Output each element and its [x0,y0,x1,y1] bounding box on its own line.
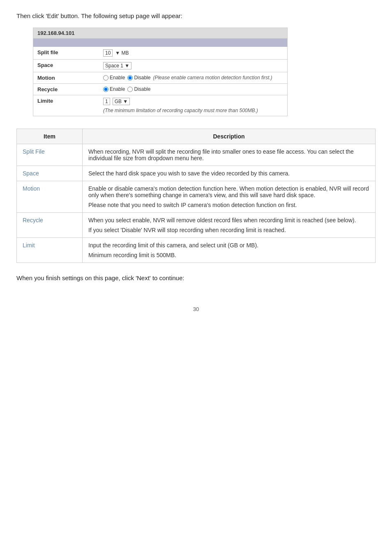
table-cell-item-4: Limit [17,238,83,263]
motion-enable-label[interactable]: Enable [103,75,125,81]
table-paragraph: When recording, NVR will split the recor… [88,148,369,161]
table-paragraph: When you select enable, NVR will remove … [88,217,369,223]
table-cell-desc-4: Input the recording limit of this camera… [83,238,376,263]
setup-value-space: Space 1 ▼ [103,62,131,69]
setup-row-motion: Motion Enable Disable (Please enable cam… [33,72,287,84]
setup-row-splitfile: Split file 10 ▼ MB [33,47,287,60]
table-row: LimitInput the recording limit of this c… [17,238,376,263]
setup-title: 192.168.94.101 [33,28,287,39]
table-cell-item-0: Split File [17,144,83,166]
table-paragraph: Enable or disable camera's motion detect… [88,185,369,198]
table-row: RecycleWhen you select enable, NVR will … [17,213,376,238]
setup-label-space: Space [37,62,103,68]
recycle-disable-radio[interactable] [127,87,133,92]
table-paragraph: Select the hard disk space you wish to s… [88,170,369,177]
table-cell-desc-0: When recording, NVR will split the recor… [83,144,376,166]
motion-disable-radio[interactable] [127,75,133,81]
table-paragraph: Input the recording limit of this camera… [88,242,369,249]
setup-row-space: Space Space 1 ▼ [33,60,287,72]
setup-label-limite: Limite [37,98,103,104]
setup-row-recycle: Recycle Enable Disable [33,84,287,95]
table-paragraph: Please note that you need to switch IP c… [88,202,369,208]
motion-note: (Please enable camera motion detection f… [153,75,272,81]
setup-label-splitfile: Split file [37,49,103,55]
recycle-enable-radio[interactable] [103,87,108,92]
table-cell-item-1: Space [17,166,83,181]
table-paragraph: Minimum recording limit is 500MB. [88,252,369,258]
table-row: SpaceSelect the hard disk space you wish… [17,166,376,181]
table-cell-desc-2: Enable or disable camera's motion detect… [83,181,376,213]
limite-unit-select[interactable]: GB ▼ [113,98,130,105]
space-select[interactable]: Space 1 ▼ [103,62,131,69]
col-header-description: Description [83,129,376,144]
setup-row-limite: Limite 1 GB ▼ (The minimum limitation of… [33,95,287,116]
footer-text: When you finish settings on this page, c… [16,274,376,281]
page-number: 30 [16,306,376,312]
table-header-row: Item Description [17,129,376,144]
setup-value-recycle: Enable Disable [103,86,150,92]
splitfile-select[interactable]: 10 [103,49,113,57]
setup-value-splitfile: 10 ▼ MB [103,49,129,57]
limite-note: (The minimum limitation of recording cap… [103,108,258,113]
table-cell-item-2: Motion [17,181,83,213]
setup-label-motion: Motion [37,75,103,81]
setup-divider [33,39,287,47]
motion-disable-label[interactable]: Disable [127,75,150,81]
table-row: Split FileWhen recording, NVR will split… [17,144,376,166]
recycle-disable-label[interactable]: Disable [127,86,150,92]
table-paragraph: If you select 'Disable' NVR will stop re… [88,227,369,233]
col-header-item: Item [17,129,83,144]
table-cell-desc-1: Select the hard disk space you wish to s… [83,166,376,181]
setup-value-limite: 1 GB ▼ (The minimum limitation of record… [103,98,283,113]
setup-box: 192.168.94.101 Split file 10 ▼ MB Space … [33,28,288,116]
intro-text: Then click 'Edit' button. The following … [16,12,376,19]
recycle-enable-label[interactable]: Enable [103,86,125,92]
table-cell-desc-3: When you select enable, NVR will remove … [83,213,376,238]
splitfile-unit: ▼ MB [115,50,129,56]
limite-input[interactable]: 1 [103,98,110,105]
setup-label-recycle: Recycle [37,86,103,92]
table-cell-item-3: Recycle [17,213,83,238]
table-row: MotionEnable or disable camera's motion … [17,181,376,213]
description-table: Item Description Split FileWhen recordin… [16,129,376,263]
setup-value-motion: Enable Disable (Please enable camera mot… [103,75,272,81]
motion-enable-radio[interactable] [103,75,108,81]
